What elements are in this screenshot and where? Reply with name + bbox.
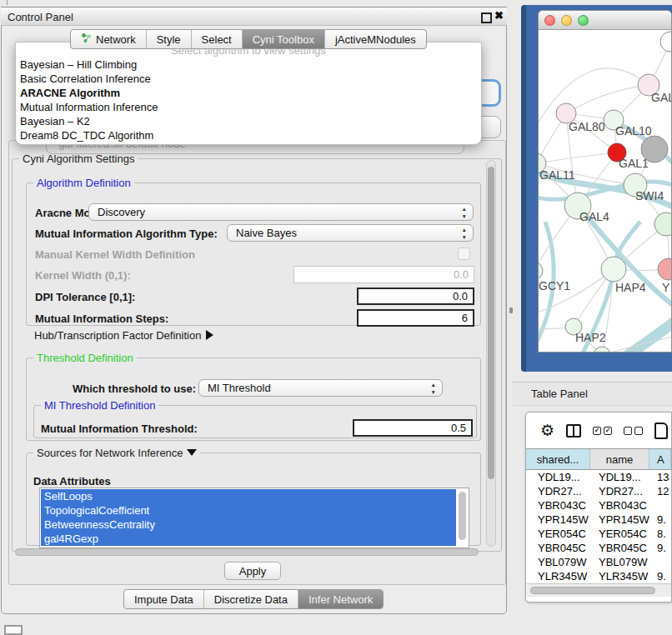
tab-jactivemnodules[interactable]: jActiveMNodules [325,30,426,48]
manual-kernel-checkbox[interactable] [458,248,470,260]
dropdown-item-selected[interactable]: ARACNE Algorithm [16,86,481,100]
tab-network[interactable]: Network [71,30,147,48]
node-right-green[interactable] [654,212,671,236]
node-salmon[interactable] [658,258,671,280]
node-top-right[interactable] [660,32,671,52]
mi-threshold-field[interactable]: 0.5 [353,419,473,437]
tab-cyni-toolbox[interactable]: Cyni Toolbox [243,30,325,48]
table-row[interactable]: YER054C YER054C 8. [526,527,671,541]
control-panel-tabs: Network Style Select Cyni Toolbox jActiv… [70,29,427,49]
aracne-mode-combo[interactable]: Discovery ▲▼ [88,203,474,221]
node-label: GAL10 [615,124,652,138]
table-row[interactable]: YBR045C YBR045C 9. [526,541,671,555]
table-row[interactable]: YPR145W YPR145W 9. [526,512,671,527]
list-item[interactable]: TopologicalCoefficient [41,503,456,518]
dropdown-item[interactable]: Mutual Information Inference [16,100,481,114]
node-hap4[interactable] [601,257,626,282]
list-scrollbar[interactable] [459,492,466,540]
apply-button[interactable]: Apply [224,562,281,580]
minimized-panel-icon[interactable] [4,625,23,635]
network-graph: GAL GAL80 GAL10 GAL1 GAL11 SWI4 GAL4 GCY… [539,30,671,352]
threshold-definition-title: Threshold Definition [33,352,137,364]
manual-kernel-label: Manual Kernel Width Definition [35,248,195,261]
frame-tick [7,0,8,5]
kernel-width-field[interactable]: 0.0 [293,266,474,283]
dpi-tolerance-label: DPI Tolerance [0,1]: [35,291,135,303]
node-label: SWI4 [635,189,664,202]
deselect-all-checkboxes-icon[interactable] [624,427,643,435]
node-bottom[interactable] [594,347,610,352]
dropdown-item[interactable]: Bayesian – K2 [16,114,481,128]
tab-impute-data[interactable]: Impute Data [124,590,204,608]
settings-vscroll-thumb[interactable] [488,167,494,479]
node-label: GAL1 [619,157,649,170]
tab-discretize-data[interactable]: Discretize Data [204,590,298,608]
gear-icon[interactable]: ⚙ [540,421,554,440]
control-panel-titlebar[interactable] [1,7,507,26]
table-row[interactable]: YLR345W YLR345W 9. [526,569,671,583]
cyni-algorithm-settings-group: Cyni Algorithm Settings Algorithm Defini… [12,158,502,552]
tab-infer-network[interactable]: Infer Network [298,590,383,608]
float-window-icon[interactable] [481,12,492,23]
sources-disclosure[interactable]: Sources for Network Inference [33,447,200,459]
node-gcy1[interactable] [539,262,543,280]
dpi-tolerance-field[interactable]: 0.0 [357,288,474,305]
tab-style[interactable]: Style [147,30,192,48]
combo-stepper-icon: ▲▼ [462,205,467,220]
table-row[interactable]: YBL079W YBL079W [526,555,671,569]
table-row[interactable]: YDL19... YDL19... 13 [526,470,671,484]
cyni-bottom-tabs: Impute Data Discretize Data Infer Networ… [123,589,384,609]
sources-group: Sources for Network Inference Data Attri… [26,452,481,546]
node-label: GAL4 [579,210,609,223]
node-label: GCY1 [539,279,570,292]
table-body: YDL19... YDL19... 13 YDR27... YDR27... 1… [526,470,671,598]
data-attributes-label: Data Attributes [33,475,111,488]
algorithm-dropdown-popup: Select algorithm to view settings Bayesi… [15,42,482,145]
combo-stepper-icon: ▲▼ [462,226,467,241]
network-window-titlebar[interactable] [539,11,671,30]
table-hscroll[interactable] [527,583,671,597]
table-toolbar: ⚙ ✓✓ [526,412,671,448]
list-item[interactable]: SelfLoops [41,489,456,503]
collapsed-arrow-icon [206,330,213,340]
node-label: HAP4 [615,281,646,294]
group-title: Cyni Algorithm Settings [19,152,138,165]
column-header-shared-name[interactable]: shared... [526,449,590,469]
minimize-traffic-light-icon[interactable] [561,15,572,26]
table-row[interactable]: YDR27... YDR27... 12 [526,484,671,498]
tab-select[interactable]: Select [192,30,243,48]
node-label: GAL [651,91,671,104]
combo-stepper-icon: ▲▼ [431,381,436,396]
show-columns-icon[interactable] [566,424,581,438]
column-header-name[interactable]: name [590,449,649,469]
zoom-traffic-light-icon[interactable] [578,15,589,26]
column-header-partial[interactable]: A [649,449,671,469]
mi-threshold-title: MI Threshold Definition [41,399,158,412]
table-card: ⚙ ✓✓ shared... name A YDL19... YDL19... … [525,412,672,602]
list-item[interactable]: BetweennessCentrality [41,518,456,532]
close-traffic-light-icon[interactable] [544,15,555,26]
node-label: Y [662,281,670,294]
which-threshold-label: Which threshold to use: [73,382,196,395]
dropdown-item[interactable]: Basic Correlation Inference [16,72,481,86]
close-icon[interactable]: ✖ [494,9,504,22]
dropdown-item[interactable]: Bayesian – Hill Climbing [16,58,481,72]
table-header-row: shared... name A [526,448,671,470]
hub-definition-disclosure[interactable]: Hub/Transcription Factor Definition [34,329,213,342]
mi-steps-field[interactable]: 6 [357,309,474,327]
list-item[interactable]: gal4RGexp [41,532,456,546]
select-all-checkboxes-icon[interactable]: ✓✓ [593,427,612,435]
expanded-arrow-icon [187,449,197,456]
table-row[interactable]: YBR043C YBR043C [526,498,671,512]
mi-type-combo[interactable]: Naive Bayes ▲▼ [227,224,474,242]
dropdown-item[interactable]: Dream8 DC_TDC Algorithm [16,128,481,142]
algorithm-definition-title: Algorithm Definition [33,177,134,189]
network-canvas[interactable]: GAL GAL80 GAL10 GAL1 GAL11 SWI4 GAL4 GCY… [539,30,671,352]
settings-hscroll[interactable] [15,548,479,556]
network-window: GAL GAL80 GAL10 GAL1 GAL11 SWI4 GAL4 GCY… [538,10,672,352]
table-hscroll-thumb[interactable] [530,587,655,594]
splitpane-divider-handle[interactable] [509,308,513,313]
export-table-icon[interactable] [654,422,668,439]
which-threshold-combo[interactable]: MI Threshold ▲▼ [198,379,443,397]
mi-steps-label: Mutual Information Steps: [35,312,168,325]
